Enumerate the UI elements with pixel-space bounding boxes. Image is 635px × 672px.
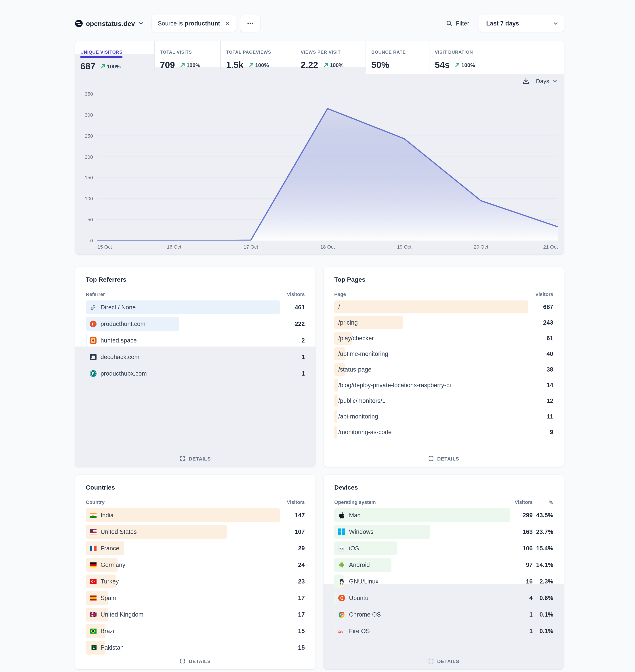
os-row[interactable]: Chrome OS 1 0.1% (334, 608, 553, 622)
stat-value: 709 (160, 60, 175, 70)
svg-text:iOS: iOS (340, 547, 344, 550)
filter-label: Filter (456, 20, 469, 27)
x-tick-label: 16 Oct (167, 244, 181, 250)
country-row[interactable]: Brazil 15 (86, 624, 305, 638)
chevron-down-icon (138, 20, 144, 26)
ios-icon: iOS (338, 545, 345, 552)
column-header: Visitors (508, 499, 533, 505)
y-tick-label: 100 (85, 196, 93, 202)
referrer-row[interactable]: P producthubx.com 1 (86, 366, 305, 380)
country-row[interactable]: Spain 17 (86, 591, 305, 605)
os-row[interactable]: Windows 163 23.7% (334, 525, 553, 539)
country-row[interactable]: France 29 (86, 542, 305, 555)
column-header: Page (334, 292, 346, 297)
stat-delta: 100% (249, 62, 269, 68)
panel-title: Countries (86, 484, 115, 491)
referrer-row[interactable]: decohack.com 1 (86, 350, 305, 364)
up-arrow-icon (455, 63, 460, 67)
page-row[interactable]: /play/checker 61 (334, 332, 553, 345)
os-row[interactable]: fire Fire OS 1 0.1% (334, 624, 553, 638)
country-row[interactable]: United States 107 (86, 525, 305, 539)
stat-value: 1.5k (226, 60, 244, 70)
os-row[interactable]: Android 97 14.1% (334, 558, 553, 572)
os-row[interactable]: Mac 299 43.5% (334, 508, 553, 522)
site-switcher[interactable]: openstatus.dev (75, 19, 144, 27)
flag-pakistan (90, 644, 96, 651)
visitors-line-chart[interactable] (97, 94, 558, 240)
stat-delta: 100% (324, 62, 344, 68)
y-tick-label: 0 (90, 238, 93, 243)
link-icon (90, 304, 96, 311)
page-row[interactable]: /pricing 243 (334, 316, 553, 329)
top-pages-card: Top Pages Page Visitors (324, 267, 564, 467)
apple-icon (338, 512, 345, 519)
stat-cell[interactable]: UNIQUE VISITORS 687 100% (75, 41, 154, 71)
referrer-row[interactable]: hunted.space 2 (86, 334, 305, 348)
page-row[interactable]: /status-page 38 (334, 363, 553, 376)
flag-united-states (90, 528, 96, 535)
column-header: Visitors (287, 292, 305, 297)
stat-cell[interactable]: TOTAL PAGEVIEWS 1.5k 100% (220, 41, 295, 71)
up-arrow-icon (101, 64, 106, 69)
filter-pill[interactable]: Source is producthunt (152, 15, 236, 31)
os-row[interactable]: GNU/Linux 16 2.3% (334, 574, 553, 588)
details-button[interactable]: DETAILS (75, 456, 315, 461)
stat-label: UNIQUE VISITORS (81, 50, 123, 58)
stat-cell[interactable]: TOTAL VISITS 709 100% (154, 41, 220, 71)
os-row[interactable]: iOS iOS 106 15.4% (334, 542, 553, 555)
stat-cell[interactable]: VIEWS PER VISIT 2.22 100% (295, 41, 366, 71)
windows-icon (338, 528, 345, 535)
x-tick-label: 19 Oct (397, 244, 412, 250)
producthunt-icon: P (90, 320, 96, 327)
page-row[interactable]: /uptime-monitoring 40 (334, 348, 553, 360)
value-bar (86, 508, 280, 522)
referrer-row[interactable]: Direct / None 461 (86, 300, 305, 314)
page-row[interactable]: /blog/deploy-private-locations-raspberry… (334, 379, 553, 392)
country-row[interactable]: India 147 (86, 508, 305, 522)
stat-value: 54s (435, 60, 450, 70)
x-tick-label: 20 Oct (474, 244, 488, 250)
countries-tabs (291, 488, 305, 489)
svg-text:fire: fire (338, 630, 343, 633)
details-button[interactable]: DETAILS (324, 658, 564, 664)
column-header: Visitors (287, 499, 305, 505)
page-row[interactable]: / 687 (334, 300, 553, 313)
date-range-select[interactable]: Last 7 days (479, 15, 564, 31)
page-row[interactable]: /monitoring-as-code 9 (334, 426, 553, 439)
filter-search-button[interactable]: Filter (446, 20, 469, 27)
expand-icon (180, 658, 186, 664)
expand-icon (180, 456, 186, 461)
page-row[interactable]: /api-monitoring 11 (334, 410, 553, 423)
expand-icon (428, 658, 434, 664)
up-arrow-icon (180, 63, 185, 67)
column-header: Operating system (334, 499, 376, 505)
os-row[interactable]: Ubuntu 4 0.6% (334, 591, 553, 605)
stat-cell[interactable]: BOUNCE RATE 50% (366, 41, 429, 71)
chevron-down-icon (552, 78, 558, 84)
country-row[interactable]: Germany 24 (86, 558, 305, 572)
chart-x-axis: 15 Oct16 Oct17 Oct18 Oct19 Oct20 Oct21 O… (97, 244, 558, 251)
country-row[interactable]: Pakistan 15 (86, 641, 305, 655)
chart-tools: Days (523, 77, 558, 84)
more-filters-button[interactable] (240, 15, 260, 31)
panel-title: Top Referrers (86, 276, 127, 283)
page-row[interactable]: /public/monitors/1 12 (334, 394, 553, 407)
country-row[interactable]: United Kingdom 17 (86, 608, 305, 622)
interval-select[interactable]: Days (536, 78, 558, 84)
date-range-value: Last 7 days (479, 20, 553, 27)
producthubx-icon: P (90, 370, 96, 377)
stat-label: VIEWS PER VISIT (301, 50, 341, 56)
up-arrow-icon (324, 63, 328, 67)
up-arrow-icon (249, 63, 254, 67)
country-row[interactable]: Turkey 23 (86, 574, 305, 588)
referrer-row[interactable]: P producthunt.com 222 (86, 317, 305, 331)
close-icon[interactable] (224, 20, 230, 26)
download-icon[interactable] (523, 77, 530, 84)
details-button[interactable]: DETAILS (324, 456, 564, 461)
visitors-chart-card: UNIQUE VISITORS 687 100% (75, 41, 564, 254)
column-header: Referrer (86, 292, 105, 297)
linux-icon (338, 578, 345, 585)
details-button[interactable]: DETAILS (75, 658, 315, 664)
stat-cell[interactable]: VISIT DURATION 54s 100% (429, 41, 508, 71)
stat-delta: 100% (101, 63, 121, 69)
